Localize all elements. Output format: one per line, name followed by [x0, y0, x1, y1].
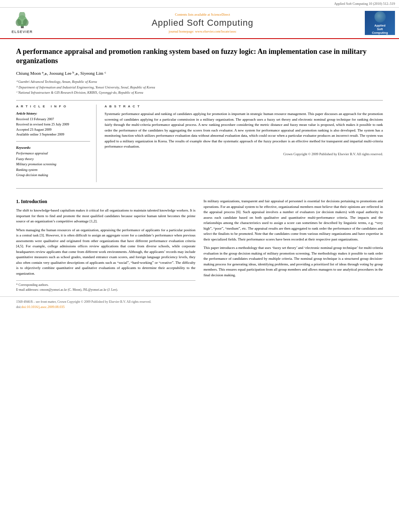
- keyword-2: Fuzzy theory: [16, 156, 90, 162]
- doi-link[interactable]: doi:10.1016/j.asoc.2009.08.035: [21, 305, 64, 309]
- revised-date: Received in revised form 25 July 2009: [16, 122, 90, 127]
- online-date: Available online 3 September 2009: [16, 132, 90, 137]
- journal-homepage: journal homepage: www.elsevier.com/locat…: [40, 29, 365, 33]
- logo-text-computing: Computing: [372, 31, 388, 35]
- divider-top: [16, 100, 383, 101]
- keyword-5: Group decision making: [16, 173, 90, 178]
- keywords-label: Keywords:: [16, 146, 90, 150]
- logo-text-soft: Soft: [377, 27, 383, 31]
- body-section: 1. Introduction The shift to knowledge-b…: [0, 199, 399, 292]
- body-para-2: When managing the human resources of an …: [16, 228, 195, 277]
- article-info-col: A R T I C L E I N F O Article history: R…: [16, 105, 97, 182]
- authors: Chiung Moon ᵃ,⁎, Joosung Lee ᵇ,⁎, Siyeon…: [16, 71, 383, 76]
- journal-header: ELSEVIER Contents lists available at Sci…: [0, 8, 399, 39]
- accepted-date: Accepted 23 August 2009: [16, 127, 90, 132]
- homepage-url[interactable]: www.elsevier.com/locate/asoc: [195, 29, 237, 33]
- keywords-block: Keywords: Performance appraisal Fuzzy th…: [16, 146, 90, 178]
- body-left-col: 1. Introduction The shift to knowledge-b…: [16, 199, 195, 292]
- footnote-emails: E-mail addresses: cmoon@yonsei.ac.kr (C.…: [16, 288, 195, 292]
- issn-line: 1568-4946/$ – see front matter, Crown Co…: [16, 300, 383, 304]
- section1-number: 1.: [16, 199, 20, 204]
- affiliation-b: ᵇ Department of Information and Industri…: [16, 85, 383, 90]
- elsevier-logo: ELSEVIER: [4, 11, 40, 35]
- science-direct-notice: Contents lists available at ScienceDirec…: [40, 12, 365, 16]
- affiliations: ᵃ Guenbri Advanced Technology, Ansan, Re…: [16, 79, 383, 95]
- journal-logo-box: Applied Soft Computing: [365, 11, 395, 35]
- citation-bar: Applied Soft Computing 10 (2010) 512–519: [0, 0, 399, 8]
- body-para-1: The shift to knowledge-based capitalism …: [16, 208, 195, 224]
- article-history: Article history: Received 13 February 20…: [16, 111, 90, 137]
- elsevier-name-text: ELSEVIER: [12, 30, 33, 34]
- svg-point-2: [16, 19, 21, 26]
- keywords-list: Performance appraisal Fuzzy theory Milit…: [16, 151, 90, 178]
- keyword-4: Ranking system: [16, 167, 90, 173]
- journal-title: Applied Soft Computing: [40, 18, 365, 28]
- copyright-text: Crown Copyright © 2009 Published by Else…: [105, 152, 383, 156]
- body-para-4: This paper introduces a methodology that…: [204, 245, 383, 278]
- article-info-label: A R T I C L E I N F O: [16, 105, 90, 108]
- keyword-3: Military promotion screening: [16, 162, 90, 167]
- keyword-1: Performance appraisal: [16, 151, 90, 156]
- logo-circle: [374, 11, 386, 23]
- doi-line: doi:doi:10.1016/j.asoc.2009.08.035: [16, 305, 383, 309]
- abstract-label: A B S T R A C T: [105, 105, 383, 108]
- bottom-bar: 1568-4946/$ – see front matter, Crown Co…: [0, 296, 399, 312]
- abstract-text: Systematic performance appraisal and ran…: [105, 111, 383, 150]
- abstract-col: A B S T R A C T Systematic performance a…: [105, 105, 383, 182]
- footnote-corresponding: * Corresponding authors.: [16, 283, 195, 288]
- affiliation-c: ᶜ National Infrastructure & GIS Research…: [16, 90, 383, 95]
- doi-text: doi:: [16, 305, 21, 309]
- body-right-col: In military organizations, transparent a…: [204, 199, 383, 292]
- affiliation-a: ᵃ Guenbri Advanced Technology, Ansan, Re…: [16, 79, 383, 84]
- divider-bottom: [16, 188, 383, 189]
- science-direct-link-text[interactable]: ScienceDirect: [211, 12, 230, 16]
- received-date: Received 13 February 2007: [16, 117, 90, 122]
- logo-text-applied: Applied: [374, 24, 386, 27]
- svg-point-3: [23, 19, 29, 26]
- citation-text: Applied Soft Computing 10 (2010) 512–519: [334, 2, 395, 6]
- body-para-3: In military organizations, transparent a…: [204, 199, 383, 242]
- article-title: A performance appraisal and promotion ra…: [16, 47, 383, 66]
- article-area: A performance appraisal and promotion ra…: [0, 39, 399, 199]
- journal-center: Contents lists available at ScienceDirec…: [40, 12, 365, 33]
- divider-info: [16, 141, 90, 142]
- section1-heading: 1. Introduction: [16, 199, 195, 205]
- elsevier-tree-icon: [11, 12, 33, 29]
- info-abstract-section: A R T I C L E I N F O Article history: R…: [16, 105, 383, 182]
- section1-title: Introduction: [21, 199, 47, 204]
- history-label: Article history:: [16, 111, 90, 115]
- footnote-area: * Corresponding authors. E-mail addresse…: [16, 280, 195, 292]
